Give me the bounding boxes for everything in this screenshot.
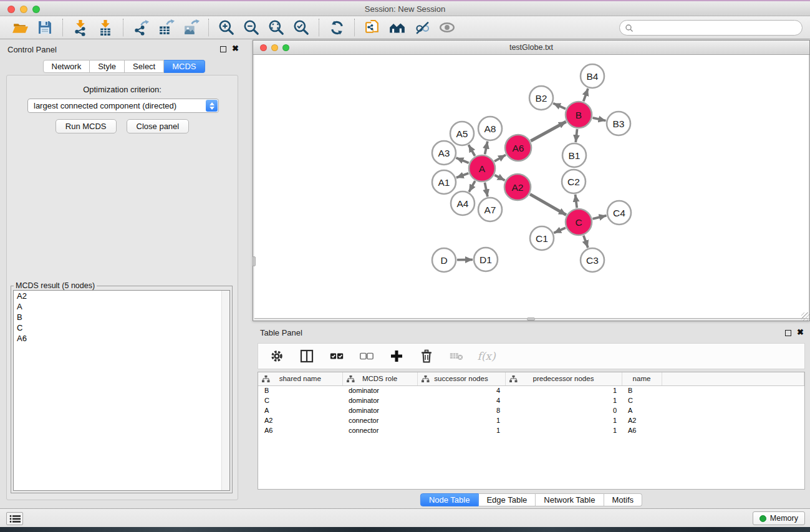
canvas-vscroll-thumb[interactable] xyxy=(253,256,256,266)
tab-node-table[interactable]: Node Table xyxy=(420,493,479,506)
zoom-fit-icon[interactable] xyxy=(264,17,289,37)
zoom-selected-icon[interactable] xyxy=(289,17,314,37)
edge-C-C4[interactable] xyxy=(592,216,606,219)
float-panel-icon[interactable] xyxy=(220,46,226,52)
close-table-panel-icon[interactable]: ✖ xyxy=(797,327,804,337)
table-cell[interactable]: C xyxy=(622,395,662,405)
import-network-icon[interactable] xyxy=(68,17,93,37)
tab-network-table[interactable]: Network Table xyxy=(536,493,604,506)
column-header-shared-name[interactable]: shared name xyxy=(258,372,342,385)
duplicate-network-icon[interactable] xyxy=(360,17,385,37)
export-table-icon[interactable] xyxy=(153,17,178,37)
node-D[interactable]: D xyxy=(432,248,456,272)
table-cell[interactable]: 4 xyxy=(417,395,505,405)
import-table-icon[interactable] xyxy=(93,17,118,37)
edge-A-A6[interactable] xyxy=(494,155,506,161)
optimization-criterion-dropdown[interactable]: largest connected component (directed) xyxy=(27,99,219,113)
close-panel-button[interactable]: Close panel xyxy=(127,119,190,133)
edge-C-C3[interactable] xyxy=(584,236,588,248)
result-scrollbar[interactable] xyxy=(221,291,229,490)
unselect-all-checkboxes-icon[interactable] xyxy=(359,348,374,364)
edge-A2-C[interactable] xyxy=(530,194,566,215)
table-cell[interactable]: A xyxy=(622,405,662,415)
table-cell[interactable]: 1 xyxy=(417,425,505,435)
table-cell[interactable]: 1 xyxy=(417,415,505,425)
table-cell[interactable]: 1 xyxy=(505,395,622,405)
zoom-out-icon[interactable] xyxy=(239,17,264,37)
table-cell[interactable]: dominator xyxy=(342,395,417,405)
split-panel-icon[interactable] xyxy=(299,348,314,364)
node-B1[interactable]: B1 xyxy=(562,143,586,167)
table-cell[interactable]: connector xyxy=(342,415,417,425)
table-cell[interactable]: B xyxy=(258,385,342,395)
node-D1[interactable]: D1 xyxy=(474,248,498,271)
edge-A-A4[interactable] xyxy=(469,181,475,192)
add-column-icon[interactable] xyxy=(389,348,404,364)
edge-B-B1[interactable] xyxy=(576,129,577,142)
search-input[interactable] xyxy=(636,22,802,34)
node-C[interactable]: C xyxy=(566,209,592,235)
export-image-icon[interactable] xyxy=(178,17,203,37)
table-cell[interactable]: 4 xyxy=(417,385,505,395)
column-header-successor-nodes[interactable]: successor nodes xyxy=(417,372,505,385)
edge-C-C1[interactable] xyxy=(554,228,566,233)
table-cell[interactable]: A6 xyxy=(258,425,342,435)
node-C4[interactable]: C4 xyxy=(607,201,631,225)
toggle-graphics-details-icon[interactable] xyxy=(410,17,435,37)
table-cell[interactable]: A6 xyxy=(622,425,662,435)
save-session-icon[interactable] xyxy=(32,17,57,37)
column-header-mcds-role[interactable]: MCDS role xyxy=(342,372,417,385)
function-builder-icon[interactable]: f(x) xyxy=(479,348,494,364)
canvas-hscroll-thumb[interactable] xyxy=(527,317,535,321)
result-item[interactable]: A xyxy=(14,301,229,312)
table-cell[interactable]: dominator xyxy=(342,385,417,395)
export-network-icon[interactable] xyxy=(128,17,153,37)
node-B[interactable]: B xyxy=(566,102,592,128)
result-item[interactable]: B xyxy=(14,312,229,322)
tab-mcds[interactable]: MCDS xyxy=(164,60,205,73)
open-session-icon[interactable] xyxy=(7,17,32,37)
edge-A-A1[interactable] xyxy=(456,173,469,178)
resize-grip-icon[interactable] xyxy=(801,312,809,321)
table-cell[interactable]: dominator xyxy=(342,405,417,415)
table-settings-icon[interactable] xyxy=(269,348,284,364)
run-mcds-button[interactable]: Run MCDS xyxy=(55,119,117,133)
zoom-in-icon[interactable] xyxy=(214,17,239,37)
table-row[interactable]: A2connector11A2 xyxy=(258,415,804,425)
edge-A6-B[interactable] xyxy=(531,122,566,141)
tab-style[interactable]: Style xyxy=(90,60,125,73)
result-item[interactable]: A6 xyxy=(14,333,229,344)
node-A4[interactable]: A4 xyxy=(451,191,475,215)
table-cell[interactable]: 0 xyxy=(505,405,622,415)
node-B3[interactable]: B3 xyxy=(607,112,630,135)
result-item[interactable]: A2 xyxy=(14,291,229,301)
network-canvas[interactable]: B4B2BB3A8A5A6A3B1AA1C2A2A4A7C4CC1C3DD1 xyxy=(254,55,808,319)
tab-network[interactable]: Network xyxy=(42,60,90,73)
memory-button[interactable]: Memory xyxy=(753,511,805,525)
edge-A-A5[interactable] xyxy=(468,145,475,156)
table-cell[interactable]: A2 xyxy=(622,415,662,425)
column-header-predecessor-nodes[interactable]: predecessor nodes xyxy=(505,372,622,385)
node-A3[interactable]: A3 xyxy=(432,141,456,165)
node-C3[interactable]: C3 xyxy=(581,248,604,272)
table-row[interactable]: Bdominator41B xyxy=(258,385,804,395)
select-all-checkboxes-icon[interactable] xyxy=(329,348,344,364)
node-A8[interactable]: A8 xyxy=(478,117,502,140)
table-cell[interactable]: C xyxy=(258,395,342,405)
node-A[interactable]: A xyxy=(469,155,495,181)
task-history-button[interactable] xyxy=(6,512,23,525)
edge-B-B2[interactable] xyxy=(553,104,566,109)
edge-C-C2[interactable] xyxy=(576,195,577,208)
table-row[interactable]: Cdominator41C xyxy=(258,395,804,405)
search-field[interactable] xyxy=(619,20,803,36)
table-cell[interactable]: 8 xyxy=(417,405,505,415)
node-C2[interactable]: C2 xyxy=(562,170,586,193)
table-cell[interactable]: 1 xyxy=(505,415,622,425)
edge-B-B4[interactable] xyxy=(584,89,588,102)
table-cell[interactable]: B xyxy=(622,385,662,395)
node-C1[interactable]: C1 xyxy=(530,226,554,250)
table-row[interactable]: Adominator80A xyxy=(258,405,804,415)
node-A7[interactable]: A7 xyxy=(478,198,502,221)
home-layout-icon[interactable] xyxy=(385,17,410,37)
node-A5[interactable]: A5 xyxy=(450,122,474,145)
